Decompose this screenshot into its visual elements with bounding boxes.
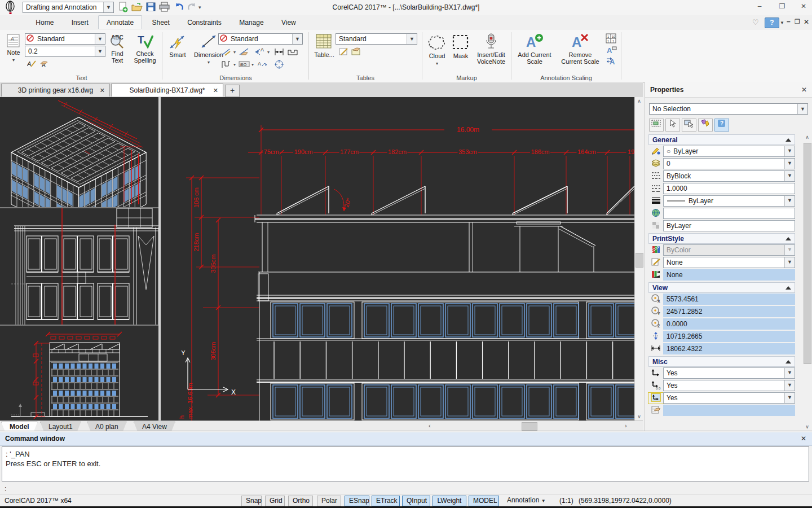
close-icon[interactable]: ✕ <box>801 435 806 443</box>
toggle-qinput[interactable]: QInput <box>402 496 430 506</box>
hscroll-thumb[interactable] <box>522 422 537 431</box>
doc-minimize-icon[interactable]: – <box>787 17 791 25</box>
text-style-combo[interactable]: Standard ▼ <box>25 33 105 45</box>
selection-combo[interactable]: No Selection ▼ <box>649 103 808 115</box>
dimension-edit-icon[interactable]: ▾ <box>220 47 232 57</box>
section-header-printstyle[interactable]: PrintStyle <box>648 233 795 244</box>
svg-text:A: A <box>526 34 536 50</box>
close-icon[interactable]: ✕ <box>801 86 807 94</box>
doc-tab-gear[interactable]: 3D printing gear x16.dwg ✕ <box>1 84 110 97</box>
toggle-esnap[interactable]: ESnap <box>345 496 369 506</box>
remove-current-scale-button[interactable]: A Remove Current Scale <box>558 33 602 65</box>
tolerance-icon[interactable]: ⊞O▾ <box>239 59 250 69</box>
property-value-dropdown[interactable]: Yes▼ <box>663 367 795 379</box>
help-icon[interactable]: ? <box>765 17 779 28</box>
dimension-style-combo[interactable]: Standard ▼ <box>218 33 303 45</box>
add-current-scale-button[interactable]: A Add Current Scale <box>514 33 555 65</box>
property-value-dropdown[interactable]: 0▼ <box>663 158 795 169</box>
scroll-up-icon[interactable]: ∧ <box>635 98 643 104</box>
jogged-dimension-icon[interactable] <box>287 47 298 57</box>
scroll-down-icon[interactable]: ∨ <box>635 414 643 419</box>
cloud-button[interactable]: Cloud ▾ <box>426 33 448 66</box>
close-button[interactable]: ✕ <box>795 2 812 12</box>
find-text-button[interactable]: ABC Find Text <box>107 33 127 64</box>
voicenote-button[interactable]: Insert/Edit VoiceNote <box>474 33 509 65</box>
minimize-button[interactable]: – <box>751 2 768 12</box>
close-icon[interactable]: ✕ <box>100 84 105 97</box>
command-input[interactable]: : <box>5 484 7 493</box>
tab-annotate[interactable]: Annotate <box>98 15 142 29</box>
property-painter-button[interactable] <box>698 119 713 132</box>
scroll-thumb[interactable] <box>636 253 643 268</box>
table-edit-icon[interactable] <box>339 47 349 58</box>
property-value-dropdown[interactable]: Yes▼ <box>663 392 795 404</box>
tab-sheet[interactable]: Sheet <box>144 16 177 29</box>
property-value-input[interactable]: ByLayer <box>663 220 795 231</box>
scroll-right-icon[interactable]: › <box>625 422 627 429</box>
toggle-ortho[interactable]: Ortho <box>288 496 313 506</box>
property-value-input[interactable] <box>663 208 795 219</box>
mask-button[interactable]: Mask <box>450 33 471 59</box>
smart-dimension-button[interactable]: Smart <box>166 33 189 58</box>
tab-home[interactable]: Home <box>28 16 61 29</box>
scroll-left-icon[interactable]: ‹ <box>429 422 431 429</box>
feedback-heart-icon[interactable]: ♡ <box>752 18 759 27</box>
property-value-dropdown[interactable]: ByLayer▼ <box>663 195 795 207</box>
tab-insert[interactable]: Insert <box>64 16 96 29</box>
toggle-polar[interactable]: Polar <box>317 496 341 506</box>
tab-view[interactable]: View <box>273 16 304 29</box>
no-style-icon <box>219 34 228 43</box>
table-hand-icon[interactable] <box>351 47 361 58</box>
property-value-dropdown[interactable]: None▼ <box>663 257 795 268</box>
text-size-combo[interactable]: 0.2 ▼ <box>25 46 105 57</box>
tab-manage[interactable]: Manage <box>231 16 271 29</box>
annotation-hand-icon[interactable]: A <box>39 59 49 70</box>
restore-button[interactable]: ❐ <box>774 2 791 12</box>
center-mark-icon[interactable] <box>273 59 285 69</box>
table-style-combo[interactable]: Standard ▼ <box>336 33 417 45</box>
drawing-canvas[interactable]: 16.00m75cm190cm177cm182cm353cm186cm164cm… <box>0 97 634 421</box>
doc-restore-icon[interactable]: ❐ <box>795 18 800 25</box>
section-header-view[interactable]: View <box>648 282 795 293</box>
doc-close-icon[interactable]: ✕ <box>804 18 809 26</box>
help-dropdown-icon[interactable]: ▼ <box>780 20 784 25</box>
toggle-etrack[interactable]: ETrack <box>372 496 400 506</box>
toggle-lweight[interactable]: LWeight <box>433 496 466 506</box>
leader-icon[interactable]: A▾ <box>254 47 266 57</box>
property-value-dropdown[interactable]: Yes▼ <box>663 380 795 391</box>
note-button[interactable]: A Note ▾ <box>5 33 23 63</box>
toggle-grid[interactable]: Grid <box>265 496 285 506</box>
ordinate-dimension-icon[interactable]: ▾ <box>220 59 232 69</box>
properties-scrollbar[interactable]: ∧ ∨ <box>803 133 811 431</box>
canvas-vertical-scrollbar[interactable]: ∧ ∨ <box>634 97 643 421</box>
select-matching-button[interactable] <box>665 119 680 132</box>
property-value-dropdown[interactable]: ○ByLayer▼ <box>663 146 795 157</box>
check-spelling-button[interactable]: T Check Spelling <box>130 33 160 64</box>
command-history[interactable]: : '_PAN Press ESC or ENTER to exit. <box>2 446 809 481</box>
section-header-general[interactable]: General <box>648 134 795 145</box>
quick-select-button[interactable] <box>682 119 696 132</box>
annotation-scale-dropdown[interactable]: Annotation ▼ <box>504 496 549 505</box>
scale-list-icon[interactable]: 11011 <box>606 33 617 46</box>
arc-length-icon[interactable]: A <box>257 59 268 69</box>
tab-constraints[interactable]: Constraints <box>179 16 230 29</box>
table-button[interactable]: Table... <box>313 33 336 58</box>
property-value-input[interactable]: 1.0000 <box>663 183 795 194</box>
select-entities-button[interactable] <box>649 119 664 132</box>
sync-scale-positions-icon[interactable]: A <box>606 56 617 68</box>
svg-text:75cm: 75cm <box>264 148 279 155</box>
close-icon[interactable]: ✕ <box>213 84 218 97</box>
linear-dimension-icon[interactable] <box>273 47 285 57</box>
section-header-misc[interactable]: Misc <box>648 356 795 367</box>
annotation-visibility-icon[interactable]: A <box>607 46 617 56</box>
toggle-snap[interactable]: Snap <box>241 496 262 506</box>
dimension-hand-icon[interactable] <box>239 47 250 57</box>
new-tab-button[interactable]: + <box>225 85 240 97</box>
edit-annotation-icon[interactable]: A <box>27 59 37 70</box>
print-edit-icon <box>648 257 663 268</box>
doc-tab-solarbuilding[interactable]: SolarBuilding-BX17.dwg* ✕ <box>111 84 223 97</box>
center-x-icon: X <box>648 294 663 305</box>
property-value-dropdown[interactable]: ByBlock▼ <box>663 170 795 182</box>
toggle-model[interactable]: MODEL <box>469 496 499 506</box>
help-button[interactable]: ? <box>714 119 729 132</box>
